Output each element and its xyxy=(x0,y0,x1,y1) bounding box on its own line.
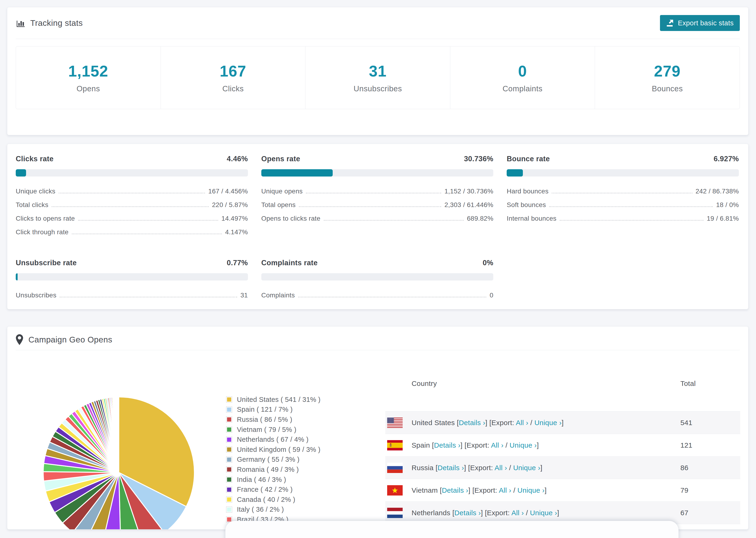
stat-value: 31 xyxy=(369,62,387,80)
geo-panel-title: Campaign Geo Opens xyxy=(16,334,112,345)
rates-panel: Clicks rate4.46%Unique clicks167 / 4.456… xyxy=(7,144,748,309)
legend-label: Italy ( 36 / 2% ) xyxy=(237,506,284,513)
rate-detail-row: Internal bounces19 / 6.81% xyxy=(507,215,739,222)
legend-item-russia[interactable]: Russia ( 86 / 5% ) xyxy=(226,414,320,425)
dotted-leader xyxy=(59,193,205,193)
legend-label: Netherlands ( 67 / 4% ) xyxy=(237,436,308,443)
legend-swatch xyxy=(226,406,232,413)
country-links: Vietnam [Details ›] [Export: All › / Uni… xyxy=(411,486,680,494)
rate-title: Clicks rate xyxy=(16,155,54,163)
rate-card-opens-rate: Opens rate30.736%Unique opens1,152 / 30.… xyxy=(261,155,494,242)
legend-item-spain[interactable]: Spain ( 121 / 7% ) xyxy=(226,405,320,415)
country-links: Netherlands [Details ›] [Export: All › /… xyxy=(411,509,680,517)
legend-swatch xyxy=(226,416,232,422)
ru-flag-icon xyxy=(387,463,403,473)
dotted-leader xyxy=(299,206,441,207)
rate-detail-label: Soft bounces xyxy=(507,201,546,209)
rate-detail-row: Click through rate4.147% xyxy=(16,228,248,236)
legend-item-romania[interactable]: Romania ( 49 / 3% ) xyxy=(226,464,320,475)
export-all-link[interactable]: All › xyxy=(491,441,503,449)
rate-value: 30.736% xyxy=(464,155,493,163)
dotted-leader xyxy=(60,297,237,297)
country-total: 541 xyxy=(680,419,740,427)
rate-detail-value: 0 xyxy=(490,291,493,299)
details-link[interactable]: Details › xyxy=(434,441,460,449)
rate-progress-bar xyxy=(261,273,494,281)
rate-detail-row: Total clicks220 / 5.87% xyxy=(16,201,248,209)
details-link[interactable]: Details › xyxy=(454,509,481,517)
details-link[interactable]: Details › xyxy=(442,486,468,494)
rate-detail-label: Internal bounces xyxy=(507,215,557,222)
rate-card-clicks-rate: Clicks rate4.46%Unique clicks167 / 4.456… xyxy=(16,155,248,242)
legend-item-france[interactable]: France ( 42 / 2% ) xyxy=(226,484,320,495)
export-unique-link[interactable]: Unique › xyxy=(534,419,562,426)
pie-legend: United States ( 541 / 31% )Spain ( 121 /… xyxy=(226,395,320,529)
rate-detail-value: 31 xyxy=(241,291,248,299)
legend-item-netherlands[interactable]: Netherlands ( 67 / 4% ) xyxy=(226,435,320,445)
rate-detail-value: 18 / 0% xyxy=(716,201,739,209)
export-all-link[interactable]: All › xyxy=(512,509,524,517)
dotted-leader xyxy=(560,220,703,221)
stat-value: 279 xyxy=(654,62,681,80)
legend-label: France ( 42 / 2% ) xyxy=(237,486,293,493)
country-column-header: Country xyxy=(411,380,680,388)
legend-item-germany[interactable]: Germany ( 55 / 3% ) xyxy=(226,455,320,465)
legend-item-italy[interactable]: Italy ( 36 / 2% ) xyxy=(226,505,320,515)
pie-slice-other[interactable] xyxy=(119,397,119,472)
legend-item-canada[interactable]: Canada ( 40 / 2% ) xyxy=(226,495,320,505)
stat-box-opens: 1,152Opens xyxy=(16,46,161,109)
bar-chart-icon xyxy=(16,18,25,28)
legend-swatch xyxy=(226,437,232,443)
rate-card-bounce-rate: Bounce rate6.927%Hard bounces242 / 86.73… xyxy=(507,155,739,242)
us-flag-icon xyxy=(387,418,403,428)
stat-label: Bounces xyxy=(652,84,683,93)
rate-card-unsubscribe-rate: Unsubscribe rate0.77%Unsubscribes31 xyxy=(16,259,248,305)
rate-detail-value: 689.82% xyxy=(467,215,494,222)
stat-value: 1,152 xyxy=(68,62,108,80)
details-link[interactable]: Details › xyxy=(459,419,485,426)
export-all-link[interactable]: All › xyxy=(516,419,528,426)
export-unique-link[interactable]: Unique › xyxy=(530,509,557,517)
legend-item-vietnam[interactable]: Vietnam ( 79 / 5% ) xyxy=(226,425,320,435)
country-name: Netherlands xyxy=(411,509,450,517)
export-basic-stats-button[interactable]: Export basic stats xyxy=(660,15,740,31)
bottom-overlay-shape xyxy=(225,521,678,538)
details-link[interactable]: Details › xyxy=(438,464,464,471)
legend-item-united-kingdom[interactable]: United Kingdom ( 59 / 3% ) xyxy=(226,445,320,455)
rate-detail-label: Clicks to opens rate xyxy=(16,215,75,222)
export-all-link[interactable]: All › xyxy=(499,486,512,494)
rate-detail-row: Opens to clicks rate689.82% xyxy=(261,215,494,222)
rate-progress-fill xyxy=(261,169,333,177)
dotted-leader xyxy=(298,297,486,297)
vn-flag-icon xyxy=(387,485,403,496)
legend-label: Russia ( 86 / 5% ) xyxy=(237,416,292,423)
legend-swatch xyxy=(226,507,232,512)
country-name: Spain xyxy=(411,441,430,449)
stat-box-complaints: 0Complaints xyxy=(450,46,595,109)
legend-swatch xyxy=(226,466,232,472)
export-all-link[interactable]: All › xyxy=(495,464,507,471)
country-name: Russia xyxy=(411,464,434,471)
export-unique-link[interactable]: Unique › xyxy=(513,464,540,471)
rate-detail-label: Opens to clicks rate xyxy=(261,215,320,222)
summary-stats-row: 1,152Opens167Clicks31Unsubscribes0Compla… xyxy=(16,46,740,109)
legend-item-united-states[interactable]: United States ( 541 / 31% ) xyxy=(226,395,320,405)
rate-detail-label: Click through rate xyxy=(16,228,69,236)
rate-detail-row: Hard bounces242 / 86.738% xyxy=(507,187,739,195)
export-unique-link[interactable]: Unique › xyxy=(510,441,537,449)
rate-title: Opens rate xyxy=(261,155,300,163)
geo-table-row-vietnam: Vietnam [Details ›] [Export: All › / Uni… xyxy=(385,479,740,502)
dotted-leader xyxy=(324,220,464,221)
dotted-leader xyxy=(306,193,441,193)
legend-swatch xyxy=(226,476,232,483)
map-pin-icon xyxy=(16,334,23,345)
rate-value: 0% xyxy=(483,259,494,267)
country-links: United States [Details ›] [Export: All ›… xyxy=(411,419,680,427)
rate-title: Bounce rate xyxy=(507,155,550,163)
legend-swatch xyxy=(226,457,232,463)
legend-item-india[interactable]: India ( 46 / 3% ) xyxy=(226,475,320,485)
dotted-leader xyxy=(552,193,692,193)
rate-detail-row: Unique clicks167 / 4.456% xyxy=(16,187,248,195)
country-total: 86 xyxy=(680,464,740,472)
export-unique-link[interactable]: Unique › xyxy=(517,486,545,494)
